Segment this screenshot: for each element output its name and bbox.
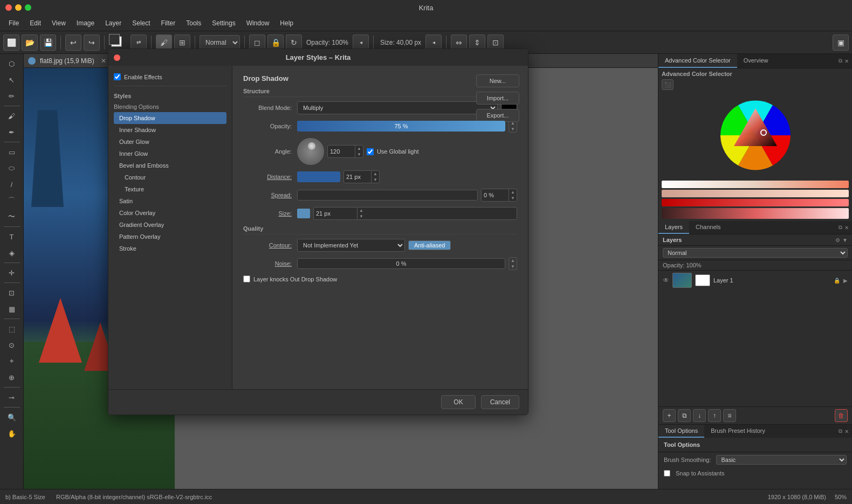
- tab-tool-options[interactable]: Tool Options: [658, 425, 704, 438]
- opacity-slider[interactable]: 75 %: [297, 121, 505, 132]
- undo-btn[interactable]: ↩: [65, 34, 81, 51]
- menu-file[interactable]: File: [4, 18, 23, 28]
- maximize-button[interactable]: [25, 4, 31, 11]
- redo-btn[interactable]: ↪: [84, 34, 100, 51]
- move-layer-up-btn[interactable]: ↑: [708, 409, 721, 422]
- noise-spinbox-arrows[interactable]: ▲ ▼: [509, 257, 517, 270]
- menu-settings[interactable]: Settings: [208, 18, 239, 28]
- distance-down-arrow[interactable]: ▼: [372, 177, 379, 183]
- distance-up-arrow[interactable]: ▲: [372, 171, 379, 177]
- open-btn[interactable]: 📂: [22, 34, 38, 51]
- layers-float-btn[interactable]: ⧉: [839, 224, 842, 231]
- noise-slider[interactable]: 0 %: [297, 258, 505, 269]
- blend-mode-select[interactable]: Normal Multiply Screen: [200, 35, 240, 50]
- color-wheel[interactable]: [718, 98, 793, 173]
- angle-input[interactable]: [328, 148, 355, 155]
- layers-settings-btn[interactable]: ⚙: [835, 237, 840, 243]
- enable-effects-checkbox[interactable]: [114, 73, 121, 80]
- erase-btn[interactable]: ◻: [249, 34, 265, 51]
- btn-new[interactable]: New...: [476, 74, 519, 87]
- crop-tool[interactable]: ⊡: [3, 285, 20, 300]
- wrap-btn[interactable]: ⊡: [487, 34, 504, 51]
- mirror-h-btn[interactable]: ⇔: [451, 34, 467, 51]
- size-input[interactable]: [314, 210, 357, 217]
- tool-options-float-btn[interactable]: ⧉: [839, 428, 842, 434]
- refresh-btn[interactable]: ↻: [286, 34, 302, 51]
- pan-tool[interactable]: ✋: [3, 426, 20, 441]
- color-bar-2[interactable]: [662, 190, 849, 197]
- gradient-tool[interactable]: ▦: [3, 301, 20, 316]
- transform-tool[interactable]: ⬡: [3, 56, 20, 71]
- contiguous-select-tool[interactable]: ⊕: [3, 370, 20, 385]
- distance-input[interactable]: [344, 174, 371, 180]
- rectangle-tool[interactable]: ▭: [3, 144, 20, 160]
- style-satin[interactable]: Satin: [114, 195, 226, 207]
- ok-button[interactable]: OK: [441, 395, 475, 409]
- angle-down-arrow[interactable]: ▼: [355, 151, 363, 157]
- spread-up-arrow[interactable]: ▲: [509, 189, 517, 195]
- delete-layer-btn[interactable]: 🗑: [835, 409, 848, 422]
- menu-window[interactable]: Window: [242, 18, 274, 28]
- smart-patch-tool[interactable]: ◈: [3, 245, 20, 260]
- tool-options-close-btn[interactable]: ✕: [844, 429, 849, 434]
- mirror-v-btn[interactable]: ⇕: [469, 34, 485, 51]
- size-up-arrow[interactable]: ▲: [358, 208, 365, 213]
- opacity-down-arrow[interactable]: ▼: [509, 126, 517, 132]
- brush-preset-btn[interactable]: 🖌: [156, 34, 172, 51]
- btn-export[interactable]: Export...: [476, 109, 519, 122]
- size-down-btn[interactable]: ◂: [425, 34, 442, 51]
- line-tool[interactable]: /: [3, 177, 20, 192]
- size-color-btn[interactable]: [297, 209, 310, 218]
- menu-image[interactable]: Image: [72, 18, 99, 28]
- tab-advanced-color-selector[interactable]: Advanced Color Selector: [658, 54, 737, 68]
- cancel-button[interactable]: Cancel: [481, 395, 519, 409]
- move-tool[interactable]: ✛: [3, 265, 20, 280]
- tab-overview[interactable]: Overview: [737, 54, 775, 68]
- angle-spinbox[interactable]: ▲ ▼: [327, 145, 363, 158]
- style-inner-glow[interactable]: Inner Glow: [114, 148, 226, 160]
- color-bar-4[interactable]: [662, 208, 849, 219]
- layer-settings-btn[interactable]: ≡: [723, 409, 736, 422]
- noise-down-arrow[interactable]: ▼: [509, 264, 517, 270]
- save-btn[interactable]: 💾: [40, 34, 56, 51]
- layer-styles-dialog[interactable]: Layer Styles – Krita Enable Effects Styl…: [108, 49, 528, 415]
- assistant-tool[interactable]: ⊸: [3, 390, 20, 405]
- spread-spinbox[interactable]: ▲ ▼: [481, 189, 517, 202]
- select-tool[interactable]: ↖: [3, 72, 20, 87]
- knocks-out-checkbox[interactable]: [243, 275, 250, 282]
- add-layer-btn[interactable]: +: [663, 409, 676, 422]
- angle-up-arrow[interactable]: ▲: [355, 146, 363, 151]
- contour-dropdown[interactable]: Not Implemented Yet: [297, 239, 405, 252]
- menu-edit[interactable]: Edit: [25, 18, 45, 28]
- dialog-close-btn[interactable]: [114, 54, 120, 61]
- menu-select[interactable]: Select: [128, 18, 154, 28]
- grid-btn[interactable]: ⊞: [174, 34, 190, 51]
- panel-float-btn[interactable]: ⧉: [839, 58, 842, 64]
- rect-select-tool[interactable]: ⬚: [3, 321, 20, 336]
- size-spinbox[interactable]: ▲ ▼: [313, 207, 517, 220]
- style-pattern-overlay[interactable]: Pattern Overlay: [114, 231, 226, 243]
- menu-help[interactable]: Help: [276, 18, 298, 28]
- ellipse-select-tool[interactable]: ⊙: [3, 337, 20, 353]
- layers-filter-btn[interactable]: ▼: [842, 237, 848, 243]
- freehand-brush-tool[interactable]: ✏: [3, 88, 20, 103]
- new-document-btn[interactable]: ⬜: [3, 34, 19, 51]
- snap-to-assistants-checkbox[interactable]: [664, 470, 670, 477]
- style-drop-shadow[interactable]: Drop Shadow: [114, 112, 226, 124]
- panel-close-btn[interactable]: ✕: [844, 58, 849, 64]
- ellipse-tool[interactable]: ⬭: [3, 161, 20, 176]
- duplicate-layer-btn[interactable]: ⧉: [678, 409, 691, 422]
- distance-slider[interactable]: [297, 171, 340, 182]
- style-bevel-emboss[interactable]: Bevel and Emboss: [114, 160, 226, 171]
- calligraphy-tool[interactable]: ✒: [3, 125, 20, 140]
- text-tool[interactable]: T: [3, 229, 20, 244]
- menu-layer[interactable]: Layer: [101, 18, 126, 28]
- tab-layers[interactable]: Layers: [658, 221, 689, 234]
- distance-spinbox[interactable]: ▲ ▼: [343, 170, 380, 183]
- btn-import[interactable]: Import...: [476, 92, 519, 105]
- acs-settings-btn[interactable]: ⬛: [662, 79, 674, 90]
- color-bar-1[interactable]: [662, 181, 849, 188]
- blend-mode-dropdown[interactable]: Multiply Normal Screen: [297, 101, 498, 114]
- menu-view[interactable]: View: [47, 18, 70, 28]
- layers-close-btn[interactable]: ✕: [844, 225, 849, 231]
